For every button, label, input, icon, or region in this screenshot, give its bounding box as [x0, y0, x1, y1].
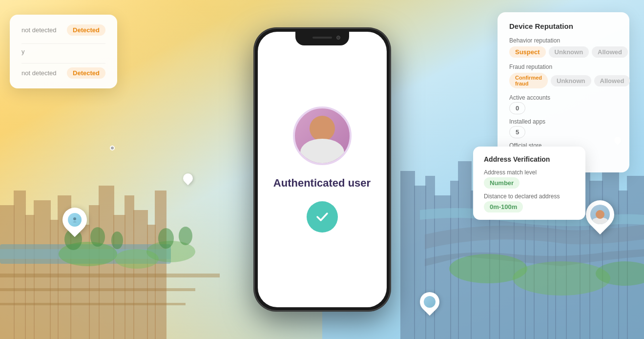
detection-card: not detected Detected y not detected Det…	[10, 15, 117, 88]
svg-point-49	[111, 232, 123, 249]
phone-notch	[295, 32, 349, 45]
suspect-badge[interactable]: Suspect	[509, 46, 546, 58]
behavior-reputation-badges: Suspect Unknown Allowed	[509, 46, 618, 58]
svg-rect-3	[14, 191, 26, 339]
device-reputation-title: Device Reputation	[509, 22, 618, 30]
fraud-unknown-badge[interactable]: Unknown	[551, 75, 591, 86]
address-match-field: Address match level Number	[484, 169, 575, 187]
svg-point-50	[158, 228, 174, 249]
user-avatar	[293, 106, 352, 165]
installed-apps-field: Installed apps 5	[509, 118, 618, 136]
card-divider-2	[21, 63, 105, 64]
address-match-label: Address match level	[484, 169, 575, 176]
check-verified-circle	[307, 201, 338, 233]
distance-badge[interactable]: 0m-100m	[484, 201, 523, 212]
auth-title: Authenticated user	[273, 177, 371, 190]
behavior-reputation-label: Behavior reputation	[509, 37, 618, 44]
phone-mockup: Authenticated user	[254, 28, 391, 311]
svg-rect-2	[0, 205, 15, 339]
svg-rect-17	[0, 288, 195, 291]
phone-frame: Authenticated user	[254, 28, 391, 311]
distance-label: Distance to declared address	[484, 193, 575, 200]
address-verification-title: Address Verification	[484, 155, 575, 163]
installed-apps-label: Installed apps	[509, 118, 618, 125]
map-pin-bottom-right	[420, 292, 439, 312]
svg-rect-15	[155, 191, 166, 339]
svg-rect-18	[0, 303, 186, 305]
fraud-reputation-field: Fraud reputation Confirmed fraud Unknown…	[509, 64, 618, 88]
detection-label-3: not detected	[21, 69, 57, 77]
map-pin-person	[586, 200, 614, 229]
svg-rect-9	[89, 205, 100, 339]
detection-row-1: not detected Detected	[21, 24, 105, 36]
svg-rect-5	[34, 200, 51, 339]
fraud-reputation-label: Fraud reputation	[509, 64, 618, 70]
detection-row-3: not detected Detected	[21, 67, 105, 79]
behavior-reputation-field: Behavior reputation Suspect Unknown Allo…	[509, 37, 618, 58]
map-dot-small-1	[110, 146, 115, 150]
svg-rect-14	[147, 225, 156, 339]
map-pin-left-small	[183, 173, 193, 183]
behavior-unknown-badge[interactable]: Unknown	[549, 46, 589, 58]
fraud-allowed-badge[interactable]: Allowed	[594, 75, 630, 86]
detection-label-1: not detected	[21, 26, 57, 34]
svg-point-52	[73, 217, 76, 220]
confirmed-fraud-badge[interactable]: Confirmed fraud	[509, 73, 548, 88]
behavior-allowed-badge[interactable]: Allowed	[592, 46, 628, 58]
svg-point-51	[179, 227, 192, 245]
phone-screen: Authenticated user	[258, 32, 387, 307]
map-pin-left-large	[62, 208, 87, 232]
detected-badge-1: Detected	[67, 24, 105, 36]
svg-rect-25	[414, 186, 426, 339]
detected-badge-2: Detected	[67, 67, 105, 79]
person-body	[300, 139, 344, 165]
svg-rect-16	[0, 274, 220, 277]
svg-point-45	[513, 261, 610, 296]
phone-speaker	[312, 37, 332, 39]
distance-field: Distance to declared address 0m-100m	[484, 193, 575, 211]
active-accounts-label: Active accounts	[509, 94, 618, 101]
svg-rect-29	[458, 161, 472, 339]
fraud-reputation-badges: Confirmed fraud Unknown Allowed	[509, 73, 618, 88]
detection-label-2: y	[21, 48, 25, 55]
svg-rect-6	[50, 220, 59, 339]
check-icon	[314, 209, 330, 225]
active-accounts-value: 0	[509, 102, 525, 114]
card-divider-1	[21, 43, 105, 44]
active-accounts-field: Active accounts 0	[509, 94, 618, 112]
detection-row-2: y	[21, 48, 105, 55]
svg-rect-24	[400, 171, 415, 339]
address-verification-card: Address Verification Address match level…	[473, 147, 585, 220]
address-match-badge[interactable]: Number	[484, 177, 519, 189]
phone-camera	[336, 36, 340, 40]
installed-apps-value: 5	[509, 126, 525, 138]
svg-point-48	[90, 227, 105, 247]
